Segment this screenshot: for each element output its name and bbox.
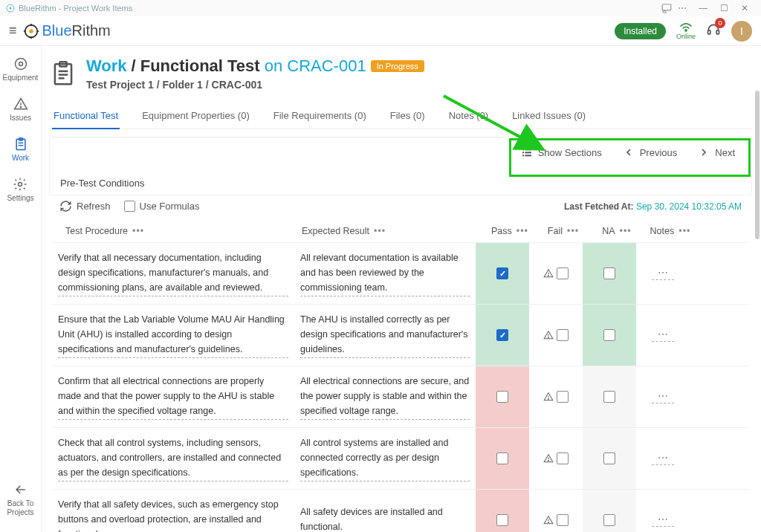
sidebar-item-back[interactable]: Back To Projects — [0, 482, 41, 517]
notes-icon: ⋯ — [652, 328, 674, 342]
previous-button[interactable]: Previous — [623, 146, 678, 158]
svg-point-9 — [685, 29, 687, 30]
tab-functional-test[interactable]: Functional Test — [52, 104, 120, 129]
pass-checkbox[interactable] — [496, 514, 508, 526]
na-checkbox[interactable] — [603, 391, 615, 403]
tab-file-requirements[interactable]: File Requirements (0) — [272, 104, 368, 129]
page-icon — [49, 59, 77, 88]
column-menu-icon[interactable]: ••• — [567, 226, 579, 236]
notif-count: 0 — [715, 18, 725, 28]
sidebar-item-work[interactable]: Work — [12, 137, 29, 162]
svg-point-12 — [15, 59, 26, 70]
notes-cell[interactable]: ⋯ — [636, 243, 690, 304]
expected-cell[interactable]: All control systems are installed and co… — [294, 428, 476, 489]
installed-badge[interactable]: Installed — [615, 23, 666, 39]
brand-text-rithm: Rithm — [72, 22, 111, 39]
brand-logo[interactable]: BlueRithm — [23, 22, 111, 39]
na-cell — [583, 490, 636, 532]
svg-rect-28 — [525, 149, 531, 150]
sidebar-item-equipment[interactable]: Equipment — [3, 56, 39, 82]
svg-point-38 — [548, 398, 549, 399]
menu-icon[interactable]: ≡ — [9, 23, 17, 39]
pass-cell — [476, 366, 529, 427]
next-button[interactable]: Next — [698, 146, 735, 158]
warning-icon — [543, 515, 554, 525]
section-title: Pre-Test Conditions — [50, 167, 751, 195]
svg-point-13 — [19, 62, 22, 66]
column-menu-icon[interactable]: ••• — [679, 226, 690, 236]
warning-icon — [13, 97, 28, 111]
fail-cell — [529, 305, 583, 366]
sidebar-item-issues[interactable]: Issues — [10, 97, 31, 122]
pass-cell — [476, 490, 529, 532]
svg-rect-32 — [525, 155, 531, 156]
svg-rect-29 — [522, 152, 524, 153]
sidebar-item-settings[interactable]: Settings — [7, 177, 33, 202]
notes-icon: ⋯ — [652, 267, 674, 280]
close-window-icon[interactable]: ✕ — [734, 3, 755, 13]
procedure-cell[interactable]: Verify that all necessary documentation,… — [52, 243, 294, 304]
test-table: Test Procedure••• Expected Result••• Pas… — [49, 220, 752, 532]
show-sections-button[interactable]: Show Sections — [521, 146, 602, 158]
column-menu-icon[interactable]: ••• — [516, 226, 528, 236]
notes-cell[interactable]: ⋯ — [636, 305, 690, 366]
scrollbar[interactable] — [755, 91, 760, 239]
expected-cell[interactable]: All safety devices are installed and fun… — [294, 490, 476, 532]
tab-files[interactable]: Files (0) — [389, 104, 427, 129]
svg-rect-31 — [522, 155, 524, 156]
na-checkbox[interactable] — [603, 267, 615, 279]
minimize-icon[interactable]: — — [693, 3, 713, 13]
fail-checkbox[interactable] — [557, 267, 569, 279]
svg-point-40 — [548, 460, 549, 461]
use-formulas-toggle[interactable]: Use Formulas — [124, 201, 200, 212]
table-row: Verify that all necessary documentation,… — [52, 242, 749, 304]
notes-cell[interactable]: ⋯ — [636, 366, 690, 427]
notes-cell[interactable]: ⋯ — [636, 490, 690, 532]
app-logo-icon — [6, 4, 15, 13]
svg-rect-27 — [522, 149, 524, 150]
notifications-button[interactable]: 0 — [706, 22, 721, 39]
fail-checkbox[interactable] — [557, 514, 569, 526]
procedure-cell[interactable]: Check that all control systems, includin… — [52, 428, 294, 489]
column-menu-icon[interactable]: ••• — [132, 226, 144, 236]
window-titlebar: BlueRithm - Project Work Items ⋯ — ☐ ✕ — [0, 0, 761, 16]
column-menu-icon[interactable]: ••• — [620, 226, 632, 236]
tab-notes[interactable]: Notes (0) — [447, 104, 490, 129]
fail-cell — [529, 428, 583, 489]
fail-checkbox[interactable] — [557, 452, 569, 464]
refresh-button[interactable]: Refresh — [59, 200, 111, 213]
pass-checkbox[interactable] — [496, 329, 508, 341]
na-checkbox[interactable] — [603, 514, 615, 526]
fail-checkbox[interactable] — [557, 329, 569, 341]
tab-linked-issues[interactable]: Linked Issues (0) — [511, 104, 587, 129]
brand-text-blue: Blue — [42, 22, 72, 39]
procedure-cell[interactable]: Verify that all safety devices, such as … — [52, 490, 294, 532]
maximize-icon[interactable]: ☐ — [713, 3, 734, 13]
na-checkbox[interactable] — [603, 452, 615, 464]
warning-icon — [543, 453, 554, 464]
svg-rect-11 — [716, 30, 719, 34]
more-window-icon[interactable]: ⋯ — [672, 3, 693, 13]
expected-cell[interactable]: The AHU is installed correctly as per de… — [294, 305, 476, 366]
pass-checkbox[interactable] — [496, 452, 508, 464]
notes-cell[interactable]: ⋯ — [636, 428, 690, 489]
page-title: Work / Functional Test on CRAC-001 In Pr… — [86, 56, 424, 76]
expected-cell[interactable]: All relevant documentation is available … — [294, 243, 476, 304]
breadcrumb[interactable]: Test Project 1 / Folder 1 / CRAC-001 — [86, 79, 424, 91]
svg-point-34 — [548, 275, 549, 276]
pass-checkbox[interactable] — [496, 267, 508, 279]
pass-checkbox[interactable] — [496, 391, 508, 403]
expected-cell[interactable]: All electrical connections are secure, a… — [294, 366, 476, 427]
procedure-cell[interactable]: Confirm that all electrical connections … — [52, 366, 294, 427]
checkbox-icon — [124, 201, 135, 212]
column-menu-icon[interactable]: ••• — [374, 226, 386, 236]
na-checkbox[interactable] — [603, 329, 615, 341]
procedure-cell[interactable]: Ensure that the Lab Variable Volume MAU … — [52, 305, 294, 366]
gear-icon — [13, 177, 27, 192]
fail-checkbox[interactable] — [557, 391, 569, 403]
tab-equipment-properties[interactable]: Equipment Properties (0) — [140, 104, 251, 129]
avatar[interactable]: I — [731, 21, 752, 42]
window-title: BlueRithm - Project Work Items — [19, 4, 132, 13]
table-row: Ensure that the Lab Variable Volume MAU … — [52, 304, 749, 366]
cast-icon[interactable] — [661, 3, 672, 13]
